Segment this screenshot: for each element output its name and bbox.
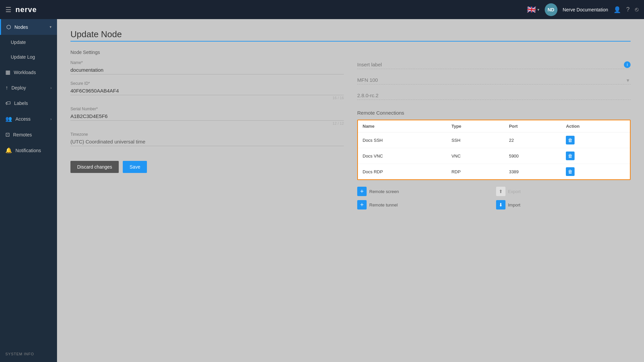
sidebar-item-labels[interactable]: 🏷 Labels [0,96,57,111]
form-left: Name* Secure ID* 16 / 16 Serial Number* … [70,60,344,352]
serial-number-label: Serial Number* [70,107,344,111]
delete-button[interactable]: 🗑 [566,152,575,160]
sidebar-item-notifications[interactable]: 🔔 Notifications [0,142,57,158]
insert-label-input[interactable] [357,60,631,69]
language-selector[interactable]: 🇬🇧 ▾ [527,5,539,14]
system-info-section: SYSTEM INFO [0,345,57,362]
timezone-label: Timezone [70,132,344,137]
import-icon: ⬇ [496,200,505,209]
sidebar-item-update-log-label: Update Log [11,54,35,60]
flag-icon: 🇬🇧 [527,5,536,14]
labels-icon: 🏷 [5,100,11,106]
cell-name: Docs VNC [358,148,447,164]
sidebar: ⬡ Nodes ▾ Update Update Log ▦ Workloads … [0,19,57,362]
remote-connections-title: Remote Connections [357,110,631,116]
form-right: i MFN 100 Remote Connections [357,60,631,352]
mfn-select[interactable]: MFN 100 [357,76,631,84]
plus-icon: + [357,187,367,196]
help-icon[interactable]: ? [626,6,630,13]
sidebar-item-update-log[interactable]: Update Log [0,50,57,64]
chevron-down-icon: ▾ [50,25,52,29]
remote-tunnel-button[interactable]: + Remote tunnel [357,200,492,209]
cell-port: 3389 [504,164,561,180]
sidebar-item-workloads[interactable]: ▦ Workloads [0,64,57,80]
secure-id-input[interactable] [70,86,344,95]
cell-name: Docs SSH [358,132,447,148]
timezone-value: (UTC) Coordinated universal time [70,137,344,146]
cell-type: SSH [447,132,504,148]
sidebar-item-update[interactable]: Update [0,35,57,50]
secure-id-field-group: Secure ID* 16 / 16 [70,81,344,100]
delete-button[interactable]: 🗑 [566,167,575,176]
import-button[interactable]: ⬇ Import [496,200,631,209]
chevron-right-icon: › [50,117,52,121]
nerve-logo: nerve [15,5,37,14]
node-settings-label: Node Settings [70,50,631,55]
logout-icon[interactable]: ⎋ [635,6,639,13]
col-header-type: Type [447,120,504,132]
export-button[interactable]: ⬆ Export [496,187,631,196]
cell-type: VNC [447,148,504,164]
notifications-icon: 🔔 [5,147,12,154]
secure-id-label: Secure ID* [70,81,344,86]
info-icon[interactable]: i [624,61,631,68]
sidebar-item-labels-label: Labels [14,101,28,106]
plus-icon: + [357,200,367,209]
sidebar-item-access[interactable]: 👥 Access › [0,111,57,127]
main-layout: ⬡ Nodes ▾ Update Update Log ▦ Workloads … [0,19,644,362]
hamburger-menu-icon[interactable]: ☰ [5,6,11,14]
page-title: Update Node [70,29,631,42]
remote-connections-table-wrapper: Name Type Port Action Docs SSH SSH 22 🗑 [357,120,631,180]
version-field-group [357,91,631,100]
form-layout: Name* Secure ID* 16 / 16 Serial Number* … [70,60,631,352]
nerve-documentation-label: Nerve Documentation [563,7,608,12]
deploy-icon: ↑ [5,85,8,91]
cell-name: Docs RDP [358,164,447,180]
table-row: Docs VNC VNC 5900 🗑 [358,148,630,164]
export-icon: ⬆ [496,187,505,196]
remotes-icon: ⊡ [5,131,10,138]
cell-action: 🗑 [561,148,630,164]
avatar[interactable]: ND [545,3,557,16]
col-header-action: Action [561,120,630,132]
chevron-right-icon: › [50,86,52,90]
name-label: Name* [70,60,344,65]
sidebar-item-remotes[interactable]: ⊡ Remotes [0,127,57,142]
sidebar-item-update-label: Update [11,40,26,45]
cell-action: 🗑 [561,132,630,148]
sidebar-item-notifications-label: Notifications [15,148,41,153]
sidebar-item-remotes-label: Remotes [13,132,32,137]
name-field-group: Name* [70,60,344,74]
sidebar-item-nodes[interactable]: ⬡ Nodes ▾ [0,19,57,35]
cell-action: 🗑 [561,164,630,180]
system-info-label: SYSTEM INFO [5,352,34,356]
serial-number-field-group: Serial Number* 12 / 12 [70,107,344,125]
sidebar-item-nodes-label: Nodes [14,24,28,30]
delete-button[interactable]: 🗑 [566,136,575,144]
cell-type: RDP [447,164,504,180]
name-input[interactable] [70,66,344,74]
access-icon: 👥 [5,116,12,122]
export-label: Export [508,189,521,194]
import-label: Import [508,202,521,207]
remote-tunnel-label: Remote tunnel [369,202,398,207]
sidebar-item-deploy[interactable]: ↑ Deploy › [0,80,57,96]
remote-screen-button[interactable]: + Remote screen [357,187,492,196]
remote-actions: + Remote screen ⬆ Export + Remote tunnel [357,187,631,209]
sidebar-item-deploy-label: Deploy [11,85,26,90]
user-icon[interactable]: 👤 [613,6,621,13]
version-input[interactable] [357,91,631,100]
col-header-name: Name [358,120,447,132]
save-button[interactable]: Save [123,161,147,173]
sidebar-item-access-label: Access [15,116,31,122]
insert-label-field-group: i [357,60,631,69]
mfn-field-group: MFN 100 [357,76,631,84]
serial-number-input[interactable] [70,112,344,121]
remote-connections-table: Name Type Port Action Docs SSH SSH 22 🗑 [358,120,630,179]
sidebar-item-workloads-label: Workloads [14,70,36,75]
cell-port: 22 [504,132,561,148]
nerve-documentation-link[interactable]: Nerve Documentation [563,7,608,12]
discard-changes-button[interactable]: Discard changes [70,161,119,173]
workloads-icon: ▦ [5,69,10,75]
cell-port: 5900 [504,148,561,164]
